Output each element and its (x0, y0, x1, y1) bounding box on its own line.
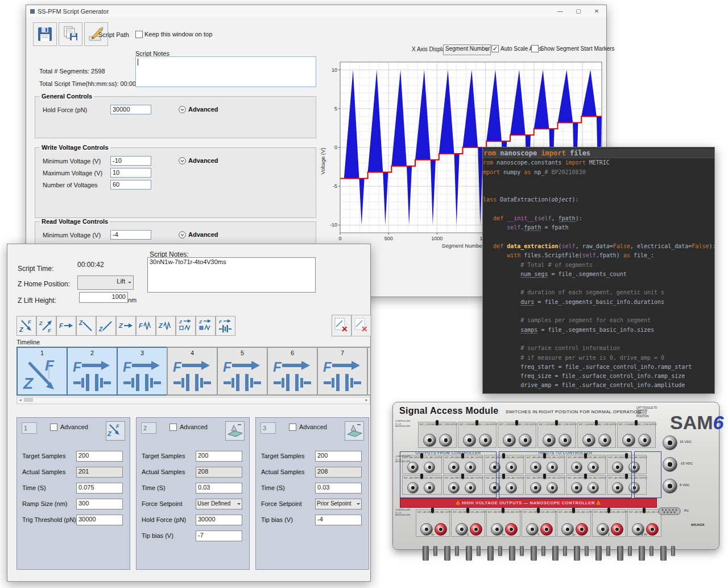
panel-field-input[interactable]: 0.075 (76, 483, 123, 494)
panel-field-input[interactable]: 0.03 (196, 483, 242, 494)
delete-segment-button[interactable]: ✕ (332, 315, 351, 336)
toggle-switch (537, 508, 540, 513)
svg-text:1000: 1000 (431, 236, 442, 241)
field-input[interactable]: 30000 (110, 105, 151, 114)
warning-icon: ⚠ (456, 500, 461, 505)
panel-field-ramp-size-nm-: 300 (76, 499, 123, 509)
python-code[interactable]: from nanoscope import filesfrom nanoscop… (482, 149, 715, 390)
field-input[interactable]: -10 (110, 156, 151, 166)
segment-z-sine-wave-button[interactable]: Z (196, 316, 216, 336)
advanced-toggle[interactable]: Advanced (179, 231, 218, 239)
keep-on-top-checkbox[interactable] (135, 31, 143, 38)
panel-advanced-checkbox[interactable] (289, 423, 296, 431)
panel-field-input[interactable]: 200 (315, 451, 362, 462)
segment-z-wave-button[interactable]: Z (156, 316, 176, 336)
script-notes2-input[interactable]: 30nN1w-7to71r-4to4V30ms (147, 257, 316, 293)
panel-field-input[interactable]: 30000 (196, 515, 242, 525)
panel-field-input[interactable]: -7 (196, 531, 242, 541)
panel-type-button[interactable] (225, 421, 245, 441)
panel-field-select[interactable]: User Defined (196, 499, 242, 509)
port-in-label: EXT→CON INPUT (460, 423, 477, 426)
timeline-tile-8[interactable]: 8F (367, 347, 370, 396)
segment-z-ramp-down-button[interactable]: Z (76, 316, 96, 336)
svg-text:Z: Z (39, 320, 43, 326)
minimize-button[interactable]: — (552, 5, 569, 18)
segment-force-pulse-button[interactable]: F (216, 316, 235, 336)
z-lift-input[interactable]: 1000 (79, 292, 128, 303)
panel-schematic: CONTROLLER⊙—⊙MICROSCOPE (395, 508, 410, 516)
timeline-tile-7[interactable]: 7F (317, 347, 368, 396)
svg-text:F: F (116, 423, 119, 429)
z-lift-unit: nm (128, 297, 136, 303)
panel-type-button[interactable] (345, 421, 364, 441)
scroll-left-icon[interactable]: ◄ (18, 397, 22, 403)
field-input[interactable]: 60 (110, 180, 151, 190)
code-line (482, 205, 715, 214)
panel-field-input[interactable]: 30000 (76, 515, 123, 525)
advanced-toggle[interactable]: Advanced (179, 157, 218, 165)
chevron-down-icon (485, 50, 489, 53)
svg-text:F: F (59, 322, 63, 329)
axis-label: X+ (416, 533, 449, 536)
code-line: drive_amp = file_.surface_control_info.a… (482, 381, 715, 390)
rear-connector (650, 546, 653, 556)
maximize-button[interactable]: ▢ (570, 5, 587, 18)
timeline-tile-5[interactable]: 5F (217, 347, 268, 396)
panel-schematic: CONTROLLER⊙—⊙MICROSCOPE (395, 420, 410, 427)
timeline-scrollbar[interactable]: ◄ ► (16, 397, 370, 404)
axis-label: Y- (522, 533, 555, 536)
panel-field-input: 208 (315, 467, 362, 478)
save-script-as-button[interactable] (59, 22, 82, 46)
svg-text:-10: -10 (330, 222, 337, 228)
z-home-select[interactable]: Lift (77, 276, 134, 290)
segment-z-hold-button[interactable]: Z (116, 316, 136, 336)
timeline-tile-3[interactable]: 3F (117, 347, 168, 396)
tile-number: 2 (68, 349, 117, 356)
bnc-input (503, 434, 516, 447)
z-down-icon: Z (78, 318, 93, 335)
db9-port (658, 507, 681, 517)
panel-advanced-checkbox[interactable] (169, 423, 177, 431)
script-notes-input[interactable] (135, 56, 316, 87)
window-script-editor: Script Time: 00:00:42 Script Notes: 30nN… (7, 244, 371, 582)
code-line: self.fpath = fpath (482, 223, 715, 232)
segment-force-wave-button[interactable]: F (136, 316, 156, 336)
panel-field-input[interactable]: 200 (196, 451, 242, 462)
panel-field-input[interactable]: 200 (76, 451, 123, 462)
panel-field-input[interactable]: 0.03 (315, 483, 362, 494)
timeline-tile-2[interactable]: 2F (67, 347, 118, 396)
titlebar[interactable]: SS-PFM Script Generator — ▢ ✕ (26, 5, 606, 18)
panel-field-input[interactable]: 300 (76, 499, 123, 509)
f-pulse-icon: F (218, 318, 233, 335)
field-input[interactable]: -4 (110, 230, 151, 240)
bnc-output (479, 434, 492, 447)
save-script-button[interactable] (33, 22, 57, 46)
segment-approach-button[interactable]: ZF (16, 316, 36, 336)
segment-markers-checkbox[interactable] (531, 45, 539, 52)
scrollbar-thumb[interactable] (24, 398, 33, 402)
chevron-down-icon (237, 503, 241, 507)
delete-all-segments-button[interactable]: ✕ (351, 315, 371, 336)
close-button[interactable]: ✕ (588, 5, 605, 18)
timeline-tile-1[interactable]: 1ZF (16, 347, 68, 396)
timeline-tile-4[interactable]: 4F (167, 347, 218, 396)
field-input[interactable]: 10 (110, 168, 151, 178)
segment-z-square-wave-button[interactable]: Z (176, 316, 196, 336)
auto-scale-checkbox[interactable]: ✓ (491, 45, 499, 52)
bnc-input (463, 434, 476, 447)
bnc-pair: EXT→CON INPUTMIC→CON OUTPUT (418, 422, 457, 448)
panel-advanced-checkbox[interactable] (50, 423, 57, 431)
panel-type-button[interactable]: ZF (106, 421, 125, 441)
panel-advanced-label: Advanced (60, 423, 88, 430)
code-line (482, 186, 715, 195)
segment-force-hold-button[interactable]: F (56, 316, 76, 336)
advanced-toggle[interactable]: Advanced (179, 106, 218, 113)
panel-field-select[interactable]: Prior Setpoint (315, 499, 362, 509)
segment-retract-button[interactable]: ZF (36, 316, 56, 336)
segment-z-ramp-up-button[interactable]: Z (96, 316, 116, 336)
x-axis-display-select[interactable]: Segment Number (443, 44, 491, 55)
panel-field-input[interactable]: -4 (315, 515, 362, 525)
scroll-right-icon[interactable]: ► (365, 397, 369, 403)
timeline-tile-6[interactable]: 6F (267, 347, 318, 396)
code-line: num_segs = file_.segments_count (482, 270, 715, 279)
